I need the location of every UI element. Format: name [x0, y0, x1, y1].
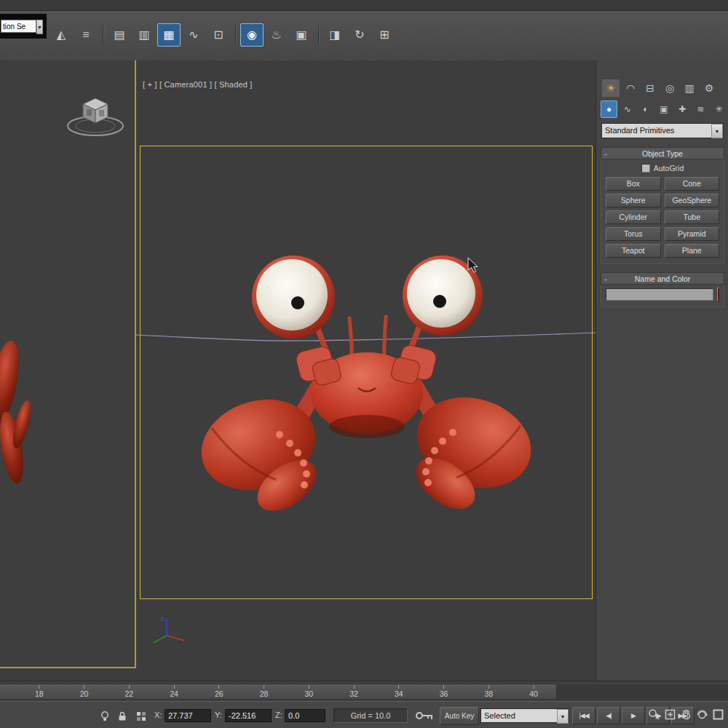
chevron-down-icon[interactable]: ▼	[557, 709, 569, 724]
primitive-category-dropdown[interactable]: Standard Primitives ▼	[601, 123, 724, 138]
box-button[interactable]: Box	[606, 177, 661, 191]
y-coordinate-field[interactable]: -22.516	[225, 709, 272, 722]
uvw-editor-icon[interactable]: ⊞	[373, 23, 396, 47]
absolute-mode-icon[interactable]	[134, 709, 148, 723]
rendered-frame-window-icon[interactable]: ▣	[290, 23, 313, 47]
tab-motion[interactable]: ◎	[661, 79, 678, 97]
collapse-icon[interactable]: -	[601, 274, 610, 283]
tab-modify[interactable]: ◠	[622, 79, 639, 97]
rollout-object-type-body: AutoGrid Box Cone Sphere GeoSphere Cylin…	[601, 159, 724, 264]
left-viewport[interactable]	[0, 60, 136, 668]
z-coordinate-label: Z:	[275, 711, 282, 719]
x-coordinate-label: X:	[154, 711, 162, 719]
autogrid-row: AutoGrid	[606, 162, 719, 173]
align-icon[interactable]: ≡	[74, 23, 98, 47]
3dsmax-window: ▼ ◭ ≡ ▤ ▥ ▦ ∿ ⊡ ◉ ♨ ▣ ◨ ↻ ⊞	[0, 0, 728, 728]
sphere-button[interactable]: Sphere	[606, 194, 661, 207]
teapot-button[interactable]: Teapot	[606, 244, 661, 258]
geosphere-button[interactable]: GeoSphere	[665, 194, 720, 207]
tab-create[interactable]: ☀	[602, 79, 620, 97]
chevron-down-icon[interactable]: ▼	[36, 20, 43, 34]
play-button[interactable]: ▶	[622, 707, 645, 724]
category-shapes-icon[interactable]: ∿	[619, 100, 636, 118]
category-systems-icon[interactable]: ✳	[711, 100, 727, 118]
previous-frame-button[interactable]: ◀|	[597, 707, 620, 724]
curve-editor-icon[interactable]: ∿	[182, 23, 205, 47]
frame-label: 22	[125, 689, 134, 698]
tube-button[interactable]: Tube	[665, 210, 720, 224]
frame-tick	[488, 685, 489, 689]
category-helpers-icon[interactable]: ✚	[674, 100, 691, 118]
autogrid-label: AutoGrid	[654, 164, 684, 173]
tab-hierarchy[interactable]: ⊟	[641, 79, 659, 97]
set-key-icon[interactable]	[415, 708, 434, 722]
camera-viewport-scene	[136, 60, 596, 681]
selection-lock-icon[interactable]	[115, 709, 129, 723]
frame-label: 18	[35, 689, 44, 698]
camera-viewport[interactable]: [ + ] [ Camera001 ] [ Shaded ]	[136, 60, 596, 681]
pyramid-button[interactable]: Pyramid	[665, 227, 720, 241]
frame-tick	[443, 685, 444, 689]
layer-manager-icon[interactable]: ▤	[108, 23, 131, 47]
tab-utilities[interactable]: ⚙	[700, 79, 718, 97]
key-filter-dropdown[interactable]: Selected ▼	[480, 708, 569, 723]
time-ruler[interactable]: 18 20 22 24 26 28 30 32 34 36 38 40	[0, 684, 557, 700]
auto-key-button[interactable]: Auto Key	[440, 707, 479, 725]
frame-label: 30	[305, 689, 314, 698]
spline-horizon-line	[136, 333, 596, 341]
cylinder-button[interactable]: Cylinder	[606, 210, 661, 224]
zoom-extents-icon[interactable]	[663, 708, 677, 721]
category-space-warps-icon[interactable]: ≋	[692, 100, 709, 118]
frame-tick	[309, 685, 309, 689]
category-geometry-icon[interactable]: ●	[601, 100, 617, 118]
object-name-field[interactable]	[606, 288, 713, 301]
main-toolbar: ▼ ◭ ≡ ▤ ▥ ▦ ∿ ⊡ ◉ ♨ ▣ ◨ ↻ ⊞	[0, 11, 728, 61]
tab-display[interactable]: ▥	[681, 79, 698, 97]
frame-tick	[264, 685, 264, 689]
maximize-viewport-icon[interactable]	[711, 708, 725, 721]
mirror-icon[interactable]: ◭	[50, 23, 73, 47]
orbit-icon[interactable]	[695, 708, 709, 721]
rollout-name-color-header[interactable]: - Name and Color	[601, 272, 724, 285]
category-cameras-icon[interactable]: ▣	[655, 100, 672, 118]
zoom-icon[interactable]	[647, 708, 661, 721]
category-lights-icon[interactable]: ◐	[637, 100, 654, 118]
status-bar: X: 27.737 Y: -22.516 Z: 0.0 Grid = 10.0 …	[0, 701, 728, 728]
cone-button[interactable]: Cone	[665, 177, 720, 191]
render-setup-icon[interactable]: ♨	[265, 23, 288, 47]
named-selection-set-input[interactable]	[1, 20, 36, 33]
dummy-helper-gizmo[interactable]	[63, 90, 128, 141]
viewport-area: [ + ] [ Camera001 ] [ Shaded ]	[0, 60, 728, 681]
collapse-icon[interactable]: -	[601, 149, 610, 158]
autogrid-checkbox[interactable]	[641, 164, 650, 173]
z-coordinate-field[interactable]: 0.0	[285, 709, 325, 722]
object-color-swatch[interactable]	[717, 288, 719, 301]
frame-label: 26	[215, 689, 223, 698]
material-editor-icon[interactable]: ◉	[240, 23, 264, 47]
command-panel-tabs: ☀ ◠ ⊟ ◎ ▥ ⚙	[602, 78, 728, 98]
isolate-selection-icon[interactable]	[98, 709, 111, 723]
frame-tick	[534, 685, 534, 689]
named-selection-set-combo[interactable]: ▼	[1, 20, 43, 33]
crab-claw-fragment[interactable]	[0, 339, 32, 499]
go-to-start-button[interactable]: |◀◀	[572, 707, 596, 724]
ribbon-toggle-icon[interactable]: ▦	[157, 23, 181, 47]
pan-icon[interactable]	[679, 708, 693, 721]
x-coordinate-field[interactable]: 27.737	[165, 709, 211, 722]
torus-button[interactable]: Torus	[606, 227, 661, 241]
scene-explorer-icon[interactable]: ▥	[132, 23, 156, 47]
dropdown-selected-value: Selected	[481, 709, 557, 722]
frame-tick	[84, 685, 84, 689]
toolbar-divider	[318, 25, 320, 44]
plane-button[interactable]: Plane	[665, 244, 720, 258]
chevron-down-icon[interactable]: ▼	[711, 124, 723, 138]
frame-label: 32	[349, 689, 358, 698]
track-bar: 18 20 22 24 26 28 30 32 34 36 38 40	[0, 681, 728, 702]
render-production-icon[interactable]: ◨	[323, 23, 347, 47]
frame-label: 34	[395, 689, 403, 698]
rollout-object-type-header[interactable]: - Object Type	[601, 147, 724, 159]
crab-model[interactable]	[189, 256, 542, 521]
frame-tick	[129, 685, 130, 689]
schematic-view-icon[interactable]: ⊡	[207, 23, 230, 47]
render-iterative-icon[interactable]: ↻	[348, 23, 371, 47]
